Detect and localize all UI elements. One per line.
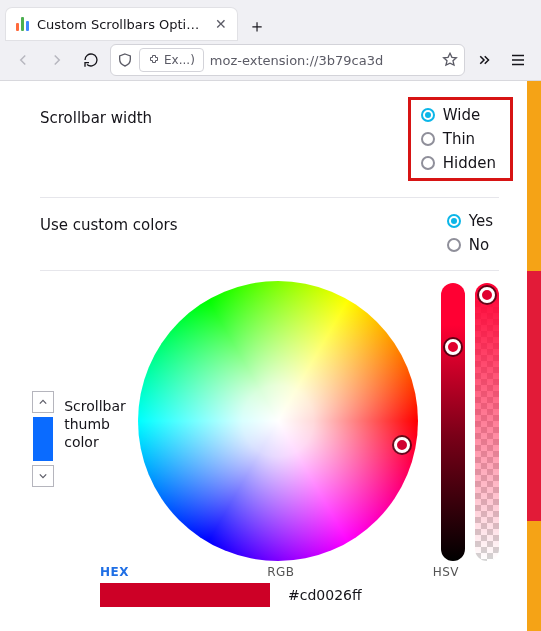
radio-icon — [421, 156, 435, 170]
hex-sample-swatch — [100, 583, 270, 607]
tab-active[interactable]: Custom Scrollbars Options ✕ — [6, 8, 237, 40]
radio-label: Hidden — [443, 154, 496, 172]
current-swatch[interactable] — [33, 417, 53, 461]
extension-favicon — [16, 17, 29, 31]
color-format-tabs: HEX RGB HSV — [40, 561, 499, 579]
tab-strip: Custom Scrollbars Options ✕ ＋ — [0, 0, 541, 40]
picker-label: Scrollbar thumb color — [62, 397, 126, 452]
tab-hex[interactable]: HEX — [100, 565, 129, 579]
new-tab-button[interactable]: ＋ — [243, 12, 271, 40]
value-slider[interactable] — [441, 283, 465, 561]
overflow-button[interactable] — [469, 45, 499, 75]
radio-icon — [421, 108, 435, 122]
custom-colors-label: Use custom colors — [40, 212, 178, 234]
shield-icon — [117, 52, 133, 68]
color-picker-area: Scrollbar thumb color — [40, 271, 499, 561]
close-icon[interactable]: ✕ — [215, 17, 227, 31]
url-bar[interactable]: Ex...) moz-extension://3b79ca3d — [110, 44, 465, 76]
custom-colors-option-group: Yes No — [447, 212, 499, 254]
tab-rgb[interactable]: RGB — [267, 565, 294, 579]
picker-main — [122, 281, 433, 561]
picker-label-line: Scrollbar — [64, 397, 126, 415]
radio-label: No — [469, 236, 489, 254]
radio-option-yes[interactable]: Yes — [447, 212, 493, 230]
radio-label: Thin — [443, 130, 475, 148]
tab-title: Custom Scrollbars Options — [37, 17, 207, 32]
forward-button[interactable] — [42, 45, 72, 75]
value-slider-handle[interactable] — [445, 339, 461, 355]
extension-chip[interactable]: Ex...) — [139, 48, 204, 72]
alpha-slider[interactable] — [475, 283, 499, 561]
url-text: moz-extension://3b79ca3d — [210, 53, 383, 68]
picker-label-line: thumb — [64, 415, 126, 433]
radio-icon — [447, 238, 461, 252]
radio-option-no[interactable]: No — [447, 236, 493, 254]
hex-value-text[interactable]: #cd0026ff — [288, 587, 362, 603]
page-viewport: Scrollbar width Wide Thin Hidden — [0, 81, 541, 631]
options-page: Scrollbar width Wide Thin Hidden — [0, 81, 527, 631]
back-button[interactable] — [8, 45, 38, 75]
section-custom-colors: Use custom colors Yes No — [40, 198, 499, 271]
picker-label-line: color — [64, 433, 126, 451]
alpha-slider-handle[interactable] — [479, 287, 495, 303]
hex-value-row: #cd0026ff — [40, 583, 499, 607]
section-scrollbar-width: Scrollbar width Wide Thin Hidden — [40, 91, 499, 198]
custom-scrollbar-thumb[interactable] — [527, 271, 541, 521]
color-wheel-handle[interactable] — [394, 437, 410, 453]
radio-icon — [447, 214, 461, 228]
swatch-down-button[interactable] — [32, 465, 54, 487]
radio-label: Yes — [469, 212, 493, 230]
radio-label: Wide — [443, 106, 480, 124]
tab-hsv[interactable]: HSV — [433, 565, 459, 579]
radio-option-wide[interactable]: Wide — [421, 106, 496, 124]
picker-left-column: Scrollbar thumb color — [40, 281, 118, 487]
bookmark-icon[interactable] — [442, 52, 458, 68]
menu-button[interactable] — [503, 45, 533, 75]
picker-sliders — [437, 281, 499, 561]
reload-button[interactable] — [76, 45, 106, 75]
scrollbar-width-option-group: Wide Thin Hidden — [408, 97, 513, 181]
swatch-up-button[interactable] — [32, 391, 54, 413]
color-wheel[interactable] — [138, 281, 418, 561]
browser-toolbar: Ex...) moz-extension://3b79ca3d — [0, 40, 541, 81]
scrollbar-width-label: Scrollbar width — [40, 105, 152, 127]
swatch-stepper — [32, 391, 54, 487]
radio-option-thin[interactable]: Thin — [421, 130, 496, 148]
radio-icon — [421, 132, 435, 146]
extension-chip-label: Ex...) — [164, 53, 195, 67]
radio-option-hidden[interactable]: Hidden — [421, 154, 496, 172]
